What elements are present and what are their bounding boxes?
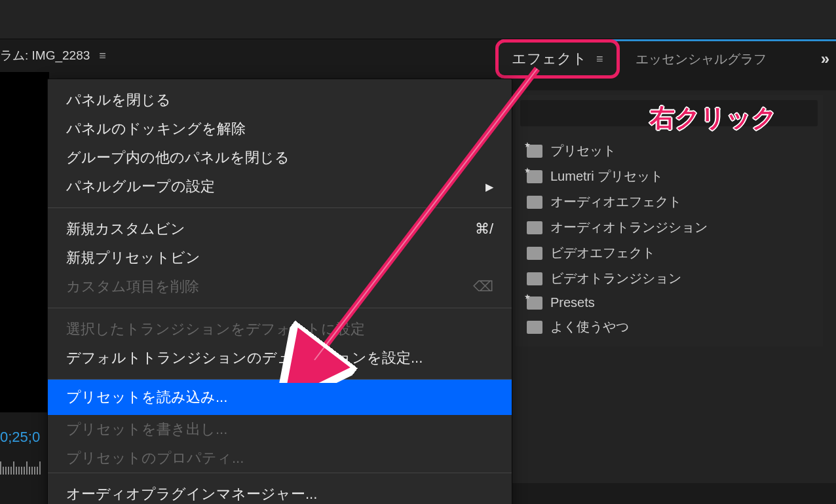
menu-label: 新規プリセットビン (66, 248, 200, 268)
menu-new-preset-bin[interactable]: 新規プリセットビン (48, 243, 512, 272)
submenu-arrow-icon: ▶ (485, 181, 493, 193)
program-label-text: ラム: IMG_2283 (0, 47, 90, 64)
menu-label: プリセットを書き出し... (66, 420, 227, 439)
effects-item-label: Lumetri プリセット (550, 168, 663, 185)
delete-key-icon: ⌫ (473, 278, 493, 295)
list-item[interactable]: オーディオエフェクト (515, 189, 823, 215)
program-panel-label[interactable]: ラム: IMG_2283 ≡ (0, 47, 106, 64)
menu-label: 選択したトランジションをデフォルトに設定 (66, 319, 365, 339)
tab-essential-graphics[interactable]: エッセンシャルグラフ (624, 44, 778, 75)
hamburger-icon[interactable]: ≡ (596, 52, 603, 66)
timeline-ruler[interactable] (0, 455, 46, 475)
effects-item-label: ビデオエフェクト (550, 244, 655, 262)
effects-item-label: オーディオエフェクト (550, 193, 681, 211)
folder-starred-icon (527, 145, 542, 158)
hamburger-icon[interactable]: ≡ (99, 49, 106, 63)
more-tabs-icon[interactable]: » (821, 50, 829, 68)
menu-export-preset: プリセットを書き出し... (48, 415, 512, 444)
menu-label: パネルのドッキングを解除 (66, 119, 246, 139)
effects-item-label: Presets (550, 295, 595, 310)
menu-default-transition-duration[interactable]: デフォルトトランジションのデュレーションを設定... (48, 344, 512, 372)
menu-undock-panel[interactable]: パネルのドッキングを解除 (48, 115, 512, 143)
preview-area (0, 72, 49, 412)
tab-effects[interactable]: エフェクト ≡ (495, 39, 620, 79)
effects-item-label: ビデオトランジション (550, 270, 681, 287)
list-item[interactable]: Presets (515, 291, 823, 314)
list-item[interactable]: Lumetri プリセット (515, 164, 823, 189)
list-item[interactable]: オーディオトランジション (515, 215, 823, 240)
menu-label: グループ内の他のパネルを閉じる (66, 148, 290, 168)
effects-item-label: オーディオトランジション (550, 219, 708, 236)
annotation-right-click: 右クリック (650, 101, 777, 135)
folder-icon (527, 272, 542, 285)
effects-tab-label: エフェクト (512, 49, 587, 69)
folder-icon (527, 321, 542, 334)
menu-label: 新規カスタムビン (66, 219, 185, 239)
shortcut-label: ⌘/ (475, 221, 493, 238)
menu-delete-custom-item: カスタム項目を削除 ⌫ (48, 272, 512, 301)
menu-close-other-panels[interactable]: グループ内の他のパネルを閉じる (48, 143, 512, 172)
menu-label: オーディオプラグインマネージャー... (66, 484, 317, 504)
folder-starred-icon (527, 297, 542, 310)
effects-tree: プリセット Lumetri プリセット オーディオエフェクト オーディオトランジ… (515, 132, 823, 346)
menu-set-default-transition: 選択したトランジションをデフォルトに設定 (48, 315, 512, 344)
effects-item-label: よく使うやつ (550, 318, 629, 336)
menu-label: パネルグループの設定 (66, 177, 215, 196)
menu-import-preset[interactable]: プリセットを読み込み... (48, 380, 512, 415)
menu-audio-plugin-manager[interactable]: オーディオプラグインマネージャー... (48, 480, 512, 504)
menu-panel-group-settings[interactable]: パネルグループの設定 ▶ (48, 172, 512, 201)
right-tabs-row: エフェクト ≡ エッセンシャルグラフ » (495, 39, 836, 79)
context-menu: パネルを閉じる パネルのドッキングを解除 グループ内の他のパネルを閉じる パネル… (47, 79, 512, 504)
folder-icon (527, 247, 542, 260)
top-toolbar (0, 0, 836, 39)
menu-label: プリセットを読み込み... (66, 387, 227, 407)
essential-graphics-label: エッセンシャルグラフ (636, 52, 767, 66)
list-item[interactable]: プリセット (515, 138, 823, 164)
list-item[interactable]: よく使うやつ (515, 314, 823, 340)
effects-item-label: プリセット (550, 142, 616, 160)
folder-icon (527, 221, 542, 234)
menu-label: カスタム項目を削除 (66, 277, 199, 297)
menu-new-custom-bin[interactable]: 新規カスタムビン ⌘/ (48, 215, 512, 243)
list-item[interactable]: ビデオトランジション (515, 266, 823, 291)
menu-label: パネルを閉じる (66, 90, 171, 110)
folder-starred-icon (527, 170, 542, 183)
menu-preset-properties: プリセットのプロパティ... (48, 444, 512, 473)
menu-close-panel[interactable]: パネルを閉じる (48, 86, 512, 115)
folder-icon (527, 196, 542, 209)
menu-label: デフォルトトランジションのデュレーションを設定... (66, 348, 423, 368)
menu-label: プリセットのプロパティ... (66, 448, 244, 468)
list-item[interactable]: ビデオエフェクト (515, 240, 823, 266)
timecode-display[interactable]: 0;25;0 (0, 429, 40, 446)
